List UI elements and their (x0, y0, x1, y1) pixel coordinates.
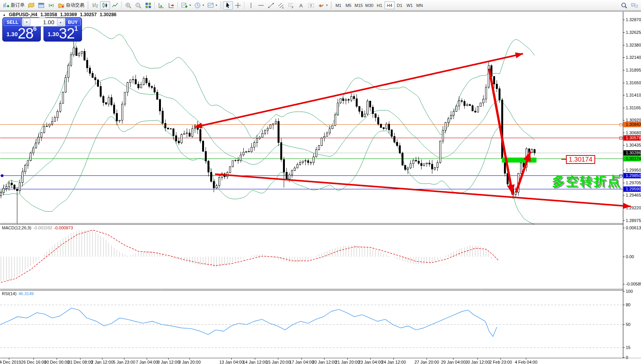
crosshair-icon (234, 2, 241, 9)
volume-decrease-button[interactable]: ▼ (23, 18, 30, 26)
chart-canvas[interactable] (0, 0, 641, 364)
arrow-objects-button[interactable]: ▾ (316, 1, 329, 10)
toolbar-grip (87, 2, 89, 9)
autotrading-icon (58, 2, 65, 9)
arrow-objects-icon (318, 2, 325, 9)
timeframe-m1-button[interactable]: M1 (333, 2, 343, 9)
chart-shift-icon (168, 2, 175, 9)
crosshair-button[interactable] (233, 1, 243, 10)
buy-price-sup: 1 (74, 25, 78, 32)
svg-text:F: F (292, 6, 293, 9)
fibonacci-icon: F (288, 2, 295, 9)
equidistant-channel-icon: E (278, 2, 285, 9)
new-order-icon (3, 2, 10, 9)
toolbar-separator (177, 2, 178, 9)
auto-scroll-button[interactable] (156, 1, 166, 10)
ohlc-low: 1.30257 (80, 12, 97, 17)
toolbar-separator (244, 2, 245, 9)
chat-icon (631, 2, 638, 9)
tile-windows-button[interactable] (143, 1, 153, 10)
new-chart-icon (181, 2, 188, 9)
symbol-title: GBPUSD-,H4 (9, 12, 37, 17)
timeframe-h1-button[interactable]: H1 (375, 2, 385, 9)
turning-point-note: 多空转折点 (552, 173, 621, 190)
ohlc-close: 1.30286 (100, 12, 116, 17)
sell-price-big: 28 (18, 25, 33, 42)
chart-shift-button[interactable] (166, 1, 176, 10)
profiles-icon (28, 2, 35, 9)
toolbar-separator (121, 2, 122, 9)
chevron-down-icon: ▾ (326, 3, 328, 7)
new-order-button[interactable]: 新订单 (1, 1, 26, 10)
fibonacci-button[interactable]: F (286, 1, 296, 10)
sell-button[interactable]: SELL (3, 18, 22, 26)
rsi-pane-label: RSI(14)46.3149 (2, 291, 34, 296)
toolbar-grip (220, 2, 221, 9)
new-chart-button[interactable]: ▾ (179, 1, 192, 10)
timeframe-m30-button[interactable]: M30 (364, 2, 374, 9)
cursor-icon (224, 2, 231, 9)
templates-icon (207, 2, 214, 9)
ohlc-open: 1.30358 (40, 12, 57, 17)
templates-button[interactable]: ▾ (206, 1, 219, 10)
chevron-down-icon: ▾ (203, 3, 204, 7)
buy-button[interactable]: BUY (65, 18, 81, 26)
candlestick-chart-icon (102, 2, 109, 9)
sell-price-prefix: 1.30 (7, 31, 18, 37)
text-label-button[interactable]: T (306, 1, 316, 10)
text-button[interactable]: A (296, 1, 306, 10)
svg-text:E: E (282, 7, 284, 9)
periods-button[interactable]: ▾ (192, 1, 206, 10)
cursor-button[interactable] (223, 1, 233, 10)
timeframe-d1-button[interactable]: D1 (395, 2, 405, 9)
macd-signal-value: -0.000873 (54, 225, 73, 230)
chat-button[interactable] (629, 1, 640, 10)
horizontal-line-icon (258, 2, 264, 9)
search-button[interactable] (619, 1, 629, 10)
volume-increase-button[interactable]: ▲ (57, 18, 64, 26)
buy-price-prefix: 1.30 (48, 31, 59, 37)
ohlc-high: 1.30369 (60, 12, 77, 17)
line-chart-icon (112, 2, 119, 9)
toolbar-separator (154, 2, 155, 9)
buy-price[interactable]: 1.30321 (44, 26, 82, 41)
rsi-name: RSI(14) (2, 291, 17, 296)
volume-input[interactable]: 1.00 (31, 19, 56, 25)
market-watch-icon (38, 2, 45, 9)
timeframe-mn-button[interactable]: MN (415, 2, 425, 9)
auto-scroll-icon (158, 2, 165, 9)
timeframe-h4-button[interactable]: H4 (385, 2, 395, 9)
toolbar-grip (331, 2, 332, 9)
equidistant-channel-button[interactable]: E (276, 1, 286, 10)
autotrading-button[interactable]: 自动交易 (56, 1, 86, 10)
autotrading-label: 自动交易 (66, 2, 84, 8)
zoom-in-button[interactable] (123, 1, 133, 10)
timeframe-m15-button[interactable]: M15 (353, 2, 364, 9)
candlestick-chart-button[interactable] (100, 1, 110, 10)
sell-price[interactable]: 1.30286 (2, 26, 41, 41)
svg-text:A: A (300, 2, 303, 8)
symbol-header: ▲ GBPUSD-,H4 1.30358 1.30369 1.30257 1.3… (3, 12, 117, 17)
chevron-down-icon: ▾ (189, 3, 191, 7)
horizontal-line-button[interactable] (256, 1, 266, 10)
search-icon (621, 2, 628, 9)
trendline-icon (268, 2, 274, 9)
collapse-icon[interactable]: ▲ (3, 13, 6, 17)
signals-button[interactable] (46, 1, 56, 10)
profiles-button[interactable] (26, 1, 36, 10)
main-toolbar: 新订单 自动交易 ▾ ▾ ▾ E F A T ▾ M1 M5 M15 M30 H… (0, 0, 641, 11)
zoom-out-button[interactable] (133, 1, 143, 10)
text-label-icon: T (308, 2, 315, 9)
market-watch-button[interactable] (36, 1, 46, 10)
bar-chart-button[interactable] (90, 1, 100, 10)
line-chart-button[interactable] (110, 1, 120, 10)
price-note-connector (561, 159, 566, 160)
signals-icon (48, 2, 55, 9)
macd-name: MACD(12,26,9) (2, 225, 31, 230)
timeframe-w1-button[interactable]: W1 (405, 2, 415, 9)
vertical-line-button[interactable] (246, 1, 256, 10)
svg-text:T: T (310, 3, 312, 7)
timeframe-m5-button[interactable]: M5 (343, 2, 353, 9)
trendline-button[interactable] (266, 1, 276, 10)
bar-chart-icon (92, 2, 99, 9)
